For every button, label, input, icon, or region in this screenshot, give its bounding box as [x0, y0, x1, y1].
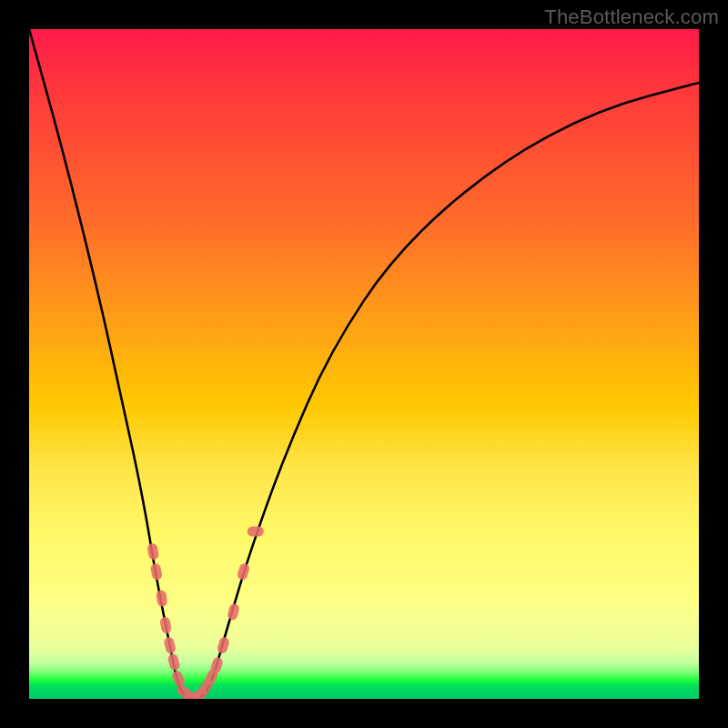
sample-marker — [163, 636, 177, 654]
sample-marker — [170, 669, 186, 688]
chart-frame: TheBottleneck.com — [0, 0, 728, 728]
curve-layer — [29, 29, 699, 699]
sample-marker — [217, 636, 231, 654]
bottleneck-curve — [29, 29, 699, 699]
sample-marker — [227, 602, 240, 621]
sample-marker — [248, 527, 264, 537]
sample-marker — [147, 542, 159, 561]
sample-marker — [150, 562, 163, 581]
sample-marker — [159, 616, 172, 634]
sample-marker — [156, 590, 168, 607]
watermark-text: TheBottleneck.com — [544, 5, 719, 29]
sample-marker — [237, 562, 251, 581]
sample-marker — [167, 652, 180, 671]
plot-area — [29, 29, 699, 699]
